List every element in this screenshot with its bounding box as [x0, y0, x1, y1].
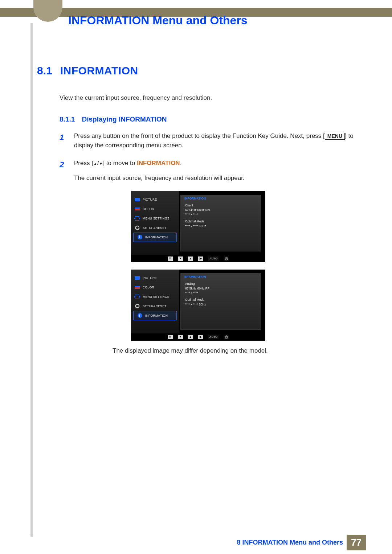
up-icon — [188, 257, 193, 261]
osd-menu-label: COLOR — [143, 286, 154, 289]
osd-menu-information: iINFORMATION — [133, 311, 177, 320]
enter-icon — [198, 335, 203, 339]
osd-menu-label: PICTURE — [143, 198, 157, 201]
osd-menu-label: SETUP&RESET — [143, 304, 167, 308]
footer-page-number: 77 — [347, 535, 366, 550]
step-1: 1 Press any button on the front of the p… — [60, 131, 359, 151]
osd-menu-label: MENU SETTINGS — [143, 295, 170, 299]
osd-line: Analog — [185, 282, 256, 286]
osd-button-bar: AUTO — [131, 333, 265, 341]
down-arrow-icon — [99, 160, 103, 167]
section-intro: View the current input source, frequency… — [60, 94, 359, 102]
enter-icon — [198, 257, 203, 261]
step-number: 2 — [60, 159, 66, 171]
gear-icon — [135, 225, 140, 230]
gear-icon — [135, 304, 140, 308]
step-2: 2 Press [/] to move to INFORMATION. — [60, 159, 359, 171]
figure-caption: The displayed image may differ depending… — [113, 347, 359, 354]
chapter-title: INFORMATION Menu and Others — [68, 14, 248, 27]
osd-menu-color: COLOR — [131, 204, 179, 214]
osd-menu-picture: PICTURE — [131, 273, 179, 283]
osd-menu-setup-reset: SETUP&RESET — [131, 223, 179, 233]
color-icon — [135, 208, 140, 210]
osd-menu-label: COLOR — [143, 207, 154, 211]
osd-menu-label: MENU SETTINGS — [143, 217, 170, 220]
menu-settings-icon — [135, 295, 139, 299]
osd-line: Client — [185, 203, 256, 208]
osd-menu-settings: MENU SETTINGS — [131, 292, 179, 301]
picture-icon — [135, 276, 140, 280]
step-1-pre: Press any button on the front of the pro… — [74, 132, 325, 139]
osd-line: Optimal Mode — [185, 297, 256, 302]
osd-button-bar: AUTO — [131, 255, 265, 262]
osd-menu: PICTURE COLOR MENU SETTINGS SETUP&RESET … — [131, 270, 179, 333]
menu-settings-icon — [135, 216, 139, 221]
step-2-sep: / — [97, 160, 99, 167]
step-2-subtext: The current input source, frequency and … — [74, 175, 359, 182]
section-title: INFORMATION — [60, 65, 138, 77]
osd-menu-color: COLOR — [131, 283, 179, 292]
osd-line: **** x **** 60Hz — [185, 224, 256, 229]
info-icon: i — [138, 313, 142, 318]
close-icon — [168, 257, 173, 261]
osd-line: Optimal Mode — [185, 219, 256, 224]
osd-line: 67.5kHz 60Hz PP — [185, 286, 256, 291]
close-icon — [168, 335, 173, 339]
osd-line: **** x **** — [185, 291, 256, 295]
chapter-badge — [33, 0, 62, 22]
up-arrow-icon — [93, 160, 97, 167]
section-heading: 8.1 INFORMATION — [37, 65, 359, 77]
step-2-post: ] to move to — [103, 160, 137, 167]
osd-panel-title: INFORMATION — [181, 195, 261, 202]
osd-menu-picture: PICTURE — [131, 195, 179, 204]
power-icon — [224, 257, 229, 261]
osd-line: **** x **** 60Hz — [185, 302, 256, 307]
osd-menu-label: PICTURE — [143, 276, 157, 280]
section-number: 8.1 — [37, 65, 52, 77]
left-sidebar-stripe — [30, 23, 33, 554]
down-icon — [178, 257, 183, 261]
down-icon — [178, 335, 183, 339]
osd-screenshot-2: PICTURE COLOR MENU SETTINGS SETUP&RESET … — [131, 270, 265, 341]
picture-icon — [135, 198, 140, 201]
osd-menu-settings: MENU SETTINGS — [131, 214, 179, 223]
osd-panel: INFORMATION Analog 67.5kHz 60Hz PP **** … — [180, 273, 261, 330]
osd-menu-label: INFORMATION — [145, 314, 168, 317]
osd-line: 67.5kHz 60Hz NN — [185, 208, 256, 213]
osd-line: **** x **** — [185, 212, 256, 217]
subsection-title: Displaying INFORMATION — [82, 115, 167, 123]
osd-menu-information: iINFORMATION — [133, 233, 177, 242]
osd-panel-body: Client 67.5kHz 60Hz NN **** x **** Optim… — [181, 202, 261, 230]
step-2-target: INFORMATION — [137, 160, 180, 167]
osd-screenshot-1: PICTURE COLOR MENU SETTINGS SETUP&RESET … — [131, 191, 265, 262]
step-number: 1 — [60, 131, 66, 151]
osd-menu-label: SETUP&RESET — [143, 226, 167, 230]
page-footer: 8 INFORMATION Menu and Others 77 — [0, 537, 392, 554]
subsection-number: 8.1.1 — [60, 115, 75, 123]
step-2-pre: Press [ — [74, 160, 93, 167]
osd-panel: INFORMATION Client 67.5kHz 60Hz NN **** … — [180, 195, 261, 251]
subsection-heading: 8.1.1 Displaying INFORMATION — [60, 115, 359, 123]
osd-panel-title: INFORMATION — [181, 274, 261, 280]
osd-menu-label: INFORMATION — [145, 235, 168, 239]
osd-menu: PICTURE COLOR MENU SETTINGS SETUP&RESET … — [131, 191, 179, 255]
power-icon — [224, 335, 229, 339]
osd-menu-setup-reset: SETUP&RESET — [131, 301, 179, 311]
step-text: Press [/] to move to INFORMATION. — [74, 159, 359, 171]
info-icon: i — [138, 235, 142, 239]
step-2-end: . — [180, 160, 182, 167]
osd-panel-body: Analog 67.5kHz 60Hz PP **** x **** Optim… — [181, 280, 261, 308]
step-text: Press any button on the front of the pro… — [74, 131, 359, 151]
up-icon — [188, 335, 193, 339]
footer-chapter-text: 8 INFORMATION Menu and Others — [237, 539, 343, 546]
menu-key: MENU — [325, 133, 345, 140]
auto-button: AUTO — [208, 257, 219, 261]
auto-button: AUTO — [208, 335, 219, 339]
color-icon — [135, 286, 140, 289]
